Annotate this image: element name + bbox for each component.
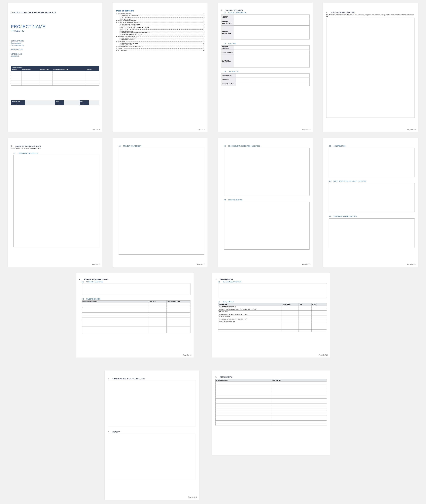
dl-row: SCHEDULE REPORTING MANAGEMENT PLAN: [218, 318, 282, 320]
heading-procurement: PROCUREMENT / EXPEDITING / LOGISTICS: [228, 145, 260, 147]
procurement-box: [224, 148, 310, 196]
toc-entry: 5.1 DELIVERABLE OVERVIEW10: [116, 43, 204, 44]
general-info-table: PROJECT OWNER PROJECT CONTRACTOR PROJECT…: [221, 15, 310, 39]
toc-entry: 3.4 SUBCONTRACTING7: [116, 29, 204, 30]
exclusions-box: [329, 183, 415, 212]
dl-col: STATUS: [312, 303, 327, 306]
heading-milestones: MILESTONE DATES: [86, 298, 100, 300]
toc-entry: 5.2 DELIVERABLES10: [116, 44, 204, 46]
subcontracting-box: [224, 202, 310, 249]
toc-entry: 3.5 CONSTRUCTION8: [116, 30, 204, 32]
design-eng-box: [14, 155, 99, 247]
vh-col: VERSION: [11, 69, 22, 71]
toc-entry: 4.1 SCHEDULE OVERVIEW9: [116, 37, 204, 39]
deliverables-table: DELIVERABLE ATTACHMENT DATE STATUS PROJE…: [218, 303, 327, 332]
company: COMPANY NAME: [11, 40, 99, 42]
milestone-table: MILESTONE DESCRIPTION START DATE DATE OF…: [82, 300, 191, 333]
ms-col: DATE OF COMPLETION: [167, 300, 191, 303]
dl-col: DATE: [298, 303, 312, 306]
sec-num: 3.3: [224, 145, 227, 147]
street: Street Address: [11, 42, 99, 44]
page-3: 1.PROJECT OVERVIEW 1.1GENERAL INFORMATIO…: [218, 3, 313, 132]
dl-row: ENVIRONMENTAL HEALTH AND SAFETY PLAN: [218, 313, 282, 315]
heading-deliverables: DELIVERABLES: [220, 278, 233, 280]
kv-label: PROJECT OWNER: [221, 15, 234, 19]
sec-num: 3.5: [329, 145, 332, 147]
attachments-table: ATTACHMENT NAME LOCATION / LINK: [215, 379, 327, 425]
sow-desc: List all activities that the Contractor …: [326, 14, 415, 17]
sec-num: 4.2: [82, 298, 85, 300]
sec-num: 3.: [11, 145, 14, 147]
project-name: PROJECT NAME: [11, 24, 99, 29]
sec-num: 1.: [221, 9, 225, 11]
page-number: Page 11 of 13: [188, 497, 197, 498]
att-col: LOCATION / LINK: [271, 379, 327, 381]
heading-site-services: SITE SERVICES AND LOGISTICS: [334, 216, 357, 217]
dl-col: ATTACHMENT: [282, 303, 298, 306]
heading-general-info: GENERAL INFORMATION: [228, 12, 246, 14]
vh-col: AUTHOR: [86, 69, 99, 71]
vh-col: DESCRIPTION OF CHANGE: [52, 69, 86, 71]
kv-label: "Contractor" is:: [221, 73, 236, 78]
ehs-box: [108, 381, 196, 427]
page-number: Page 5 of 13: [92, 264, 100, 265]
kv-label: PROJECT LOCATION: [221, 45, 234, 50]
sec-num: 7.: [108, 431, 111, 433]
sec-num: 2.: [326, 12, 330, 13]
toc-entry: 8. ATTACHMENTS12: [116, 49, 204, 51]
vh-col: APPROVED BY: [21, 69, 39, 71]
vh-col: REVISION DATE: [39, 69, 52, 71]
heading-project-overview: PROJECT OVERVIEW: [226, 9, 243, 11]
heading-design-eng: DESIGN AND ENGINEERING: [18, 153, 38, 154]
dl-row: PROJECT EXECUTION PLAN: [218, 306, 282, 308]
sig-label: DATE: [80, 103, 89, 105]
page-number: Page 4 of 13: [407, 129, 416, 130]
toc-entry: 1.3 THE PARTIES3: [116, 18, 204, 20]
sec-num: 1.2: [224, 43, 227, 44]
toc-entry: 6. ENVIRONMENTAL HEALTH AND SAFETY11: [116, 46, 204, 47]
web: webaddress.com: [11, 48, 99, 51]
kv-label: "Owner" is:: [221, 78, 236, 82]
heading-del-list: DELIVERABLES: [223, 301, 234, 303]
sec-num: 3.7: [329, 216, 332, 217]
parties-table: "Contractor" is: "Owner" is: "Project Ow…: [221, 73, 310, 86]
page-2: TABLE OF CONTENTS 1. PROJECT OVERVIEW31.…: [113, 3, 207, 132]
heading-proj-mgmt: PROJECT MANAGEMENT: [123, 145, 141, 147]
toc-entry: 3.6 PARTY RESPONSIBILITIES AND EXCLUSION…: [116, 32, 204, 34]
sec-num: 8.: [215, 376, 219, 378]
page-number: Page 2 of 13: [197, 129, 205, 130]
heading-attachments: ATTACHMENTS: [220, 376, 232, 378]
toc-entry: 1.2 LOCATION3: [116, 17, 204, 18]
toc-entry: 3.2 PROJECT MANAGEMENT6: [116, 25, 204, 27]
toc-entry: 3.7 SITE SERVICES AND LOGISTICS8: [116, 34, 204, 35]
project-id: PROJECT ID: [11, 29, 99, 32]
toc-entry: 1.1 GENERAL INFORMATION3: [116, 15, 204, 16]
page-number: Page 7 of 13: [302, 264, 310, 265]
page-4: 2.SCOPE OF WORK OVERVIEW List all activi…: [323, 3, 418, 132]
toc-title: TABLE OF CONTENTS: [116, 10, 204, 12]
quality-box: [108, 434, 196, 480]
sig-label: DATE: [80, 100, 89, 103]
heading-exclusions: PARTY RESPONSIBILITIES AND EXCLUSIONS: [334, 181, 366, 182]
ms-col: START DATE: [148, 300, 167, 303]
sec-num: 4.: [79, 278, 83, 280]
sec-num: 3.6: [329, 181, 332, 182]
page-number: Page 3 of 13: [302, 129, 310, 130]
page-number: Page 9 of 13: [183, 354, 191, 356]
heading-sow-overview: SCOPE OF WORK OVERVIEW: [331, 12, 355, 13]
sec-num: 5.1: [218, 281, 221, 283]
del-overview-box: [218, 283, 327, 298]
heading-sched-overview: SCHEDULE OVERVIEW: [86, 281, 103, 283]
heading-schedule: SCHEDULE AND MILESTONES: [84, 278, 108, 280]
sec-num: 6.: [108, 378, 111, 380]
att-col: ATTACHMENT NAME: [216, 379, 271, 381]
sec-num: 1.1: [224, 12, 227, 14]
page-1: CONTRACTOR SCOPE OF WORK TEMPLATE PROJEC…: [8, 3, 102, 132]
toc-entry: 2. SCOPE OF WORK OVERVIEW4: [116, 20, 204, 22]
vh-title: VERSION HISTORY: [11, 66, 99, 68]
sec-num: 3.2: [119, 145, 122, 147]
dl-row: SAFETY PLAN/ENVIRONMENTAL HEALTH AND SAF…: [218, 308, 282, 311]
sec-num: 3.4: [224, 199, 227, 201]
heading-ehs: ENVIRONMENTAL HEALTH AND SAFETY: [113, 378, 145, 380]
heading-construction: CONSTRUCTION: [334, 145, 346, 147]
